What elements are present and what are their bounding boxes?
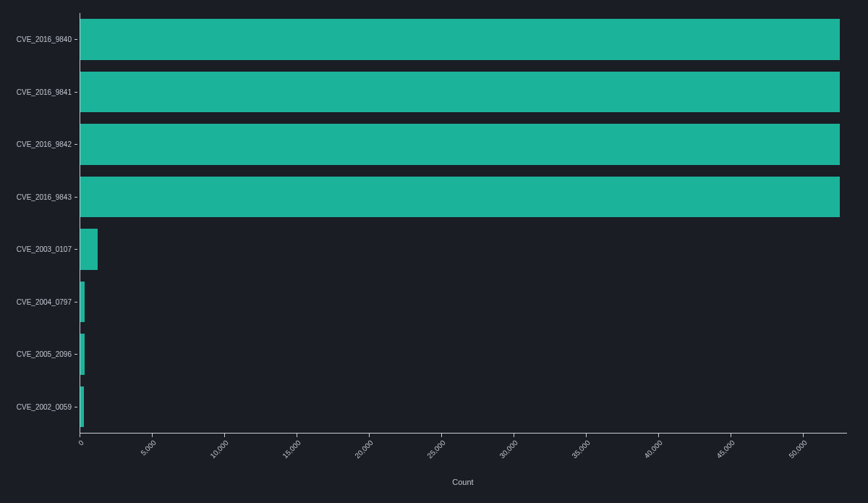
x-tick (658, 433, 659, 437)
bar[interactable] (80, 19, 840, 60)
x-tick (369, 433, 370, 437)
bar-row: CVE_2016_9841 (80, 66, 847, 119)
x-tick-label: 10,000 (208, 439, 229, 460)
bar-row: CVE_2003_0107 (80, 223, 847, 276)
y-tick-label: CVE_2016_9840 (17, 35, 80, 43)
y-tick-label: CVE_2003_0107 (17, 245, 80, 253)
bar[interactable] (80, 282, 85, 323)
x-tick-label: 20,000 (353, 439, 374, 460)
bar[interactable] (80, 124, 840, 165)
x-tick (514, 433, 514, 437)
x-tick (297, 433, 297, 437)
bar[interactable] (80, 386, 84, 428)
x-axis-title: Count (80, 478, 846, 486)
x-tick-label: 40,000 (642, 439, 663, 460)
x-tick (803, 433, 804, 437)
plot-area: CVE_2016_9840CVE_2016_9841CVE_2016_9842C… (80, 13, 847, 434)
bar-row: CVE_2016_9840 (80, 13, 847, 66)
x-tick (80, 433, 80, 437)
x-tick (152, 433, 153, 437)
y-tick-label: CVE_2005_2096 (17, 350, 80, 358)
bar-row: CVE_2016_9843 (80, 171, 847, 224)
x-tick-label: 15,000 (281, 439, 302, 460)
x-tick-label: 30,000 (498, 439, 519, 460)
x-tick (731, 433, 731, 437)
x-tick (441, 433, 442, 437)
x-tick-label: 0 (77, 439, 85, 447)
x-tick-label: 50,000 (787, 439, 808, 460)
x-tick (224, 433, 225, 437)
x-tick-label: 35,000 (570, 439, 591, 460)
x-tick-label: 5,000 (139, 439, 157, 457)
x-tick (586, 433, 587, 437)
bar[interactable] (80, 72, 840, 113)
cve-count-bar-chart: CVE_2016_9840CVE_2016_9841CVE_2016_9842C… (0, 0, 868, 503)
bar-row: CVE_2005_2096 (80, 328, 847, 381)
bar[interactable] (80, 334, 85, 375)
bar-row: CVE_2016_9842 (80, 118, 847, 171)
y-tick-label: CVE_2004_0797 (17, 297, 80, 305)
bar[interactable] (80, 177, 840, 218)
bar-row: CVE_2004_0797 (80, 276, 847, 329)
x-tick-label: 45,000 (715, 439, 736, 460)
y-tick-label: CVE_2016_9842 (17, 140, 80, 148)
y-tick-label: CVE_2016_9843 (17, 193, 80, 200)
y-tick-label: CVE_2016_9841 (17, 88, 80, 96)
bar[interactable] (80, 229, 98, 270)
x-tick-label: 25,000 (425, 439, 446, 460)
y-tick-label: CVE_2002_0059 (17, 402, 80, 410)
bar-row: CVE_2002_0059 (80, 381, 847, 434)
